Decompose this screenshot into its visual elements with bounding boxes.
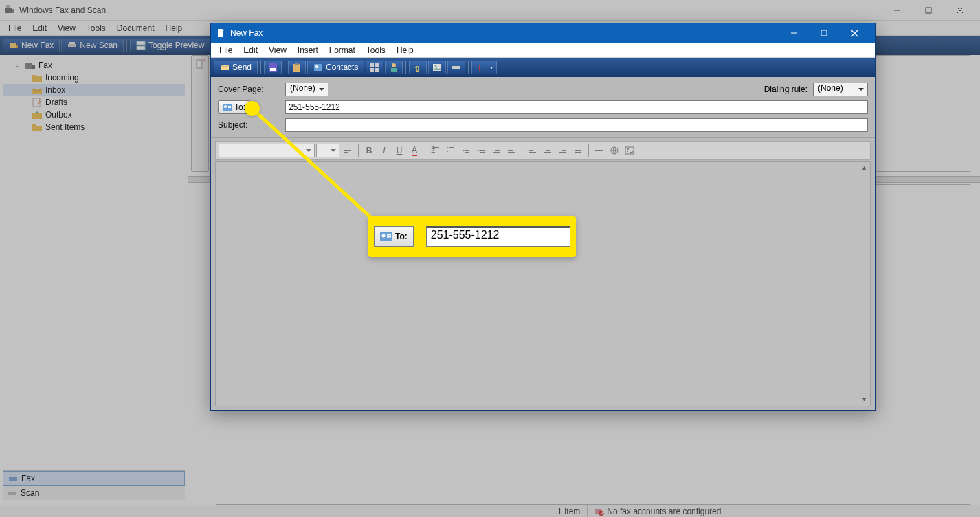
nf-close-button[interactable] bbox=[839, 24, 869, 42]
align-center-button[interactable] bbox=[541, 144, 555, 157]
formatting-toolbar: B I U A 12 bbox=[215, 141, 871, 160]
maximize-button[interactable] bbox=[913, 1, 944, 20]
grid-button[interactable] bbox=[366, 60, 383, 74]
svg-rect-14 bbox=[25, 63, 32, 69]
numbered-list-button[interactable]: 12 bbox=[429, 144, 443, 157]
increase-indent-button[interactable] bbox=[504, 144, 518, 157]
bold-button[interactable]: B bbox=[362, 144, 376, 157]
toggle-preview-button[interactable]: Toggle Preview bbox=[130, 38, 210, 52]
scan-insert-button[interactable] bbox=[447, 60, 465, 74]
nf-menu-tools[interactable]: Tools bbox=[361, 44, 391, 56]
tree-item-inbox[interactable]: Inbox bbox=[3, 84, 185, 96]
scroll-up-icon[interactable]: ▴ bbox=[859, 163, 869, 173]
menu-file[interactable]: File bbox=[3, 22, 27, 34]
status-count: 1 Item bbox=[550, 505, 587, 517]
send-label: Send bbox=[232, 63, 252, 72]
callout-to-label: To: bbox=[395, 232, 408, 241]
paragraph-button[interactable] bbox=[341, 144, 355, 157]
subject-field[interactable] bbox=[285, 118, 868, 132]
nf-menu-help[interactable]: Help bbox=[391, 44, 419, 56]
italic-button[interactable]: I bbox=[377, 144, 391, 157]
svg-rect-19 bbox=[9, 477, 17, 481]
nf-maximize-button[interactable] bbox=[809, 24, 839, 42]
menu-edit[interactable]: Edit bbox=[27, 22, 52, 34]
contacts-button[interactable]: Contacts bbox=[307, 60, 364, 74]
svg-rect-43 bbox=[391, 68, 397, 72]
image-button[interactable] bbox=[428, 60, 446, 74]
nf-menu-insert[interactable]: Insert bbox=[292, 44, 324, 56]
font-family-select[interactable] bbox=[219, 144, 315, 157]
send-button[interactable]: Send bbox=[214, 60, 258, 74]
outdent-button[interactable] bbox=[459, 144, 473, 157]
bottom-tab-fax[interactable]: Fax bbox=[3, 471, 185, 486]
svg-rect-0 bbox=[5, 8, 12, 13]
collapse-arrow-icon[interactable]: ⌄ bbox=[15, 62, 22, 69]
nf-div bbox=[260, 60, 261, 74]
paste-button[interactable] bbox=[288, 60, 306, 74]
person-button[interactable] bbox=[385, 60, 403, 74]
font-color-button[interactable]: A bbox=[408, 144, 421, 157]
person-icon bbox=[389, 63, 399, 72]
tree-item-outbox[interactable]: Outbox bbox=[3, 109, 185, 121]
align-left-button[interactable] bbox=[526, 144, 539, 157]
nf-menu-file[interactable]: File bbox=[214, 44, 238, 56]
svg-rect-74 bbox=[508, 152, 515, 153]
close-button[interactable] bbox=[944, 1, 976, 20]
minimize-button[interactable] bbox=[881, 1, 913, 20]
new-fax-label: New Fax bbox=[21, 41, 54, 50]
tree-label: Drafts bbox=[45, 98, 67, 107]
menu-document[interactable]: Document bbox=[111, 22, 160, 34]
menu-view[interactable]: View bbox=[52, 22, 81, 34]
tree-item-incoming[interactable]: Incoming bbox=[3, 72, 185, 84]
cover-page-select[interactable]: (None) bbox=[285, 82, 328, 96]
tree-root-fax[interactable]: ⌄ Fax bbox=[3, 59, 185, 72]
save-icon bbox=[268, 63, 278, 72]
hr-button[interactable] bbox=[592, 144, 606, 157]
svg-rect-10 bbox=[69, 42, 75, 44]
svg-point-61 bbox=[447, 151, 448, 152]
tree-item-sent[interactable]: Sent Items bbox=[3, 121, 185, 133]
indent-button[interactable] bbox=[474, 144, 488, 157]
to-field[interactable] bbox=[285, 100, 868, 114]
new-page-icon[interactable]: ✶ bbox=[195, 59, 205, 69]
nf-menu-view[interactable]: View bbox=[263, 44, 292, 56]
bullet-list-button[interactable] bbox=[444, 144, 458, 157]
app-title: Windows Fax and Scan bbox=[19, 6, 106, 15]
fax-machine-icon bbox=[25, 60, 36, 70]
document-icon bbox=[216, 28, 226, 38]
menu-tools[interactable]: Tools bbox=[81, 22, 111, 34]
svg-rect-33 bbox=[270, 68, 276, 71]
svg-rect-21 bbox=[197, 60, 202, 68]
message-body[interactable]: ▴ ▾ bbox=[215, 161, 871, 406]
outbox-icon bbox=[32, 110, 43, 120]
doc-toolstrip: ✶ bbox=[191, 55, 209, 172]
svg-rect-51 bbox=[228, 107, 231, 108]
nf-div bbox=[468, 60, 469, 74]
new-scan-button[interactable]: New Scan bbox=[61, 38, 124, 52]
dialing-rule-select[interactable]: (None) bbox=[813, 82, 868, 96]
nf-menu-edit[interactable]: Edit bbox=[238, 44, 263, 56]
nf-minimize-button[interactable] bbox=[779, 24, 809, 42]
scroll-down-icon[interactable]: ▾ bbox=[859, 395, 869, 404]
insert-link-button[interactable] bbox=[608, 144, 621, 157]
svg-rect-28 bbox=[821, 30, 827, 36]
tree-root-label: Fax bbox=[38, 60, 52, 70]
svg-rect-73 bbox=[508, 150, 513, 151]
tree-item-drafts[interactable]: Drafts bbox=[3, 96, 185, 109]
priority-button[interactable]: !▾ bbox=[471, 60, 497, 74]
underline-button[interactable]: U bbox=[392, 144, 406, 157]
nf-menu-format[interactable]: Format bbox=[324, 44, 361, 56]
save-button[interactable] bbox=[264, 60, 282, 74]
bottom-tab-scan[interactable]: Scan bbox=[3, 486, 185, 500]
scan-insert-icon bbox=[452, 63, 461, 72]
attach-button[interactable] bbox=[409, 60, 427, 74]
align-right-button[interactable] bbox=[556, 144, 570, 157]
align-justify-button[interactable] bbox=[571, 144, 585, 157]
menu-help[interactable]: Help bbox=[160, 22, 188, 34]
decrease-indent-button[interactable] bbox=[489, 144, 503, 157]
svg-rect-65 bbox=[465, 152, 469, 153]
font-size-select[interactable] bbox=[316, 144, 339, 157]
newfax-titlebar: New Fax bbox=[211, 23, 875, 43]
insert-picture-button[interactable] bbox=[623, 144, 636, 157]
new-fax-button[interactable]: New Fax bbox=[3, 38, 60, 52]
